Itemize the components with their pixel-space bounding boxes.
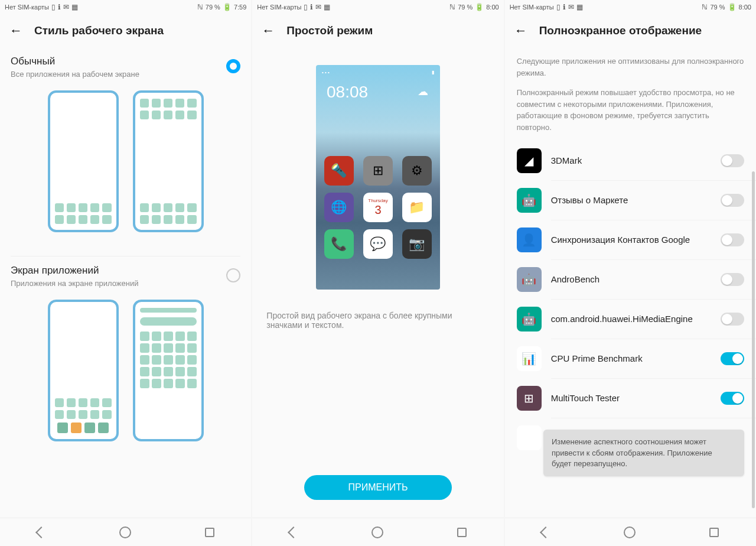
back-icon[interactable]: ←	[514, 23, 527, 38]
app-row[interactable]: 🤖com.android.huawei.HiMediaEngine	[505, 300, 756, 339]
clock: 8:00	[739, 4, 751, 11]
flashlight-icon: 🔦	[324, 156, 354, 186]
option-standard[interactable]: Обычный Все приложения на рабочем экране	[0, 47, 251, 256]
header: ← Полноэкранное отображение	[505, 14, 756, 47]
header: ← Стиль рабочего экрана	[0, 14, 251, 47]
option-title: Экран приложений	[11, 265, 138, 277]
app-row[interactable]: 🤖Отзывы о Маркете	[505, 181, 756, 220]
weather-icon: ☁	[418, 85, 428, 98]
app-icon: ▶	[517, 425, 542, 450]
sim-status: Нет SIM-карты	[510, 4, 554, 11]
phone-preview	[48, 90, 119, 232]
toggle[interactable]	[721, 313, 744, 326]
app-row[interactable]: 🤖AndroBench	[505, 260, 756, 299]
preview-time: 08:08	[327, 83, 368, 102]
toggle[interactable]	[721, 194, 744, 207]
radio-drawer[interactable]	[226, 268, 240, 282]
app-name: CPU Prime Benchmark	[551, 353, 711, 365]
toast-message: Изменение аспектного соотношения может п…	[543, 430, 744, 476]
nav-bar	[0, 518, 251, 546]
option-title: Обычный	[11, 56, 139, 67]
phone-preview	[48, 300, 119, 441]
sim-status: Нет SIM-карты	[257, 4, 301, 11]
nav-back-icon[interactable]	[35, 526, 47, 538]
phone-mockup: • • •▮ 08:08 ☁ 🔦 ⊞ ⚙ 🌐 Thursday3 📁 • • •…	[316, 65, 440, 290]
nfc-icon: ℕ	[449, 3, 455, 11]
app-row[interactable]: 📊CPU Prime Benchmark	[505, 339, 756, 378]
app-icon: ◢	[517, 148, 542, 173]
toggle[interactable]	[721, 352, 744, 365]
scrollbar[interactable]	[752, 171, 755, 508]
status-bar: Нет SIM-карты ▯ ℹ ✉ ▦ ℕ 79 % 🔋 7:59	[0, 0, 251, 14]
calculator-icon: ⊞	[363, 156, 393, 186]
app-row[interactable]: ◢3DMark	[505, 141, 756, 180]
nav-recent-icon[interactable]	[457, 528, 467, 537]
settings-icon: ⚙	[402, 156, 432, 186]
app-name: AndroBench	[551, 274, 711, 285]
phone-preview	[133, 300, 204, 441]
toggle[interactable]	[721, 273, 744, 286]
phone-icon: 📞	[324, 229, 354, 259]
page-title: Полноэкранное отображение	[539, 24, 702, 37]
nav-bar	[252, 518, 503, 546]
option-subtitle: Приложения на экране приложений	[11, 279, 138, 288]
app-icon: ⊞	[517, 386, 542, 411]
info-icon: ℹ	[563, 3, 566, 11]
screen-simple-mode: Нет SIM-карты ▯ ℹ ✉ ▦ ℕ 79 % 🔋 8:00 ← Пр…	[252, 0, 503, 546]
battery-icon: 🔋	[223, 3, 232, 11]
nav-recent-icon[interactable]	[709, 528, 719, 537]
simple-mode-preview: • • •▮ 08:08 ☁ 🔦 ⊞ ⚙ 🌐 Thursday3 📁 • • •…	[252, 47, 503, 301]
preview-standard	[11, 79, 240, 250]
apply-button[interactable]: ПРИМЕНИТЬ	[304, 475, 452, 500]
app-icon: 🤖	[517, 307, 542, 332]
nav-home-icon[interactable]	[372, 526, 383, 538]
toggle[interactable]	[721, 154, 744, 167]
app-icon: 🤖	[517, 188, 542, 213]
toggle[interactable]	[721, 392, 744, 405]
clock: 7:59	[234, 4, 246, 11]
nfc-icon: ℕ	[702, 3, 708, 11]
option-drawer[interactable]: Экран приложений Приложения на экране пр…	[0, 256, 251, 465]
nav-back-icon[interactable]	[288, 526, 299, 538]
page-title: Простой режим	[286, 24, 373, 37]
back-icon[interactable]: ←	[9, 23, 22, 38]
status-bar: Нет SIM-карты ▯ ℹ ✉ ▦ ℕ 79 % 🔋 8:00	[505, 0, 756, 14]
nav-back-icon[interactable]	[540, 526, 552, 538]
app-row[interactable]: 👤Синхронизация Контактов Google	[505, 220, 756, 259]
nav-home-icon[interactable]	[119, 526, 131, 538]
battery-pct: 79 %	[458, 4, 472, 11]
sim-icon: ▯	[556, 3, 561, 11]
battery-icon: 🔋	[475, 3, 484, 11]
grid-icon: ▦	[324, 3, 330, 11]
option-subtitle: Все приложения на рабочем экране	[11, 70, 139, 79]
page-dots: • • • •	[316, 216, 440, 220]
sim-status: Нет SIM-карты	[5, 4, 49, 11]
content: Обычный Все приложения на рабочем экране	[0, 47, 251, 518]
grid-icon: ▦	[576, 3, 583, 11]
battery-pct: 79 %	[710, 4, 725, 11]
nav-home-icon[interactable]	[624, 526, 636, 538]
mail-icon: ✉	[63, 3, 69, 11]
sim-icon: ▯	[304, 3, 308, 11]
app-list: ◢3DMark🤖Отзывы о Маркете👤Синхронизация К…	[505, 141, 756, 457]
header: ← Простой режим	[252, 14, 503, 47]
status-bar: Нет SIM-карты ▯ ℹ ✉ ▦ ℕ 79 % 🔋 8:00	[252, 0, 503, 14]
back-icon[interactable]: ←	[262, 23, 275, 38]
grid-icon: ▦	[71, 3, 78, 11]
radio-standard[interactable]	[226, 59, 240, 73]
page-title: Стиль рабочего экрана	[34, 24, 164, 37]
sim-icon: ▯	[51, 3, 56, 11]
messages-icon: 💬	[363, 229, 393, 259]
battery-icon: 🔋	[728, 3, 737, 11]
app-name: com.android.huawei.HiMediaEngine	[551, 314, 711, 325]
app-row[interactable]: ⊞MultiTouch Tester	[505, 379, 756, 418]
info-icon: ℹ	[310, 3, 313, 11]
app-icon: 👤	[517, 228, 542, 252]
mail-icon: ✉	[568, 3, 574, 11]
toggle[interactable]	[721, 233, 744, 246]
info-icon: ℹ	[58, 3, 61, 11]
app-name: MultiTouch Tester	[551, 393, 711, 404]
screen-home-style-screen: Нет SIM-карты ▯ ℹ ✉ ▦ ℕ 79 % 🔋 7:59 ← Ст…	[0, 0, 251, 546]
description: Простой вид рабочего экрана с более круп…	[252, 301, 503, 339]
nav-recent-icon[interactable]	[205, 528, 214, 537]
